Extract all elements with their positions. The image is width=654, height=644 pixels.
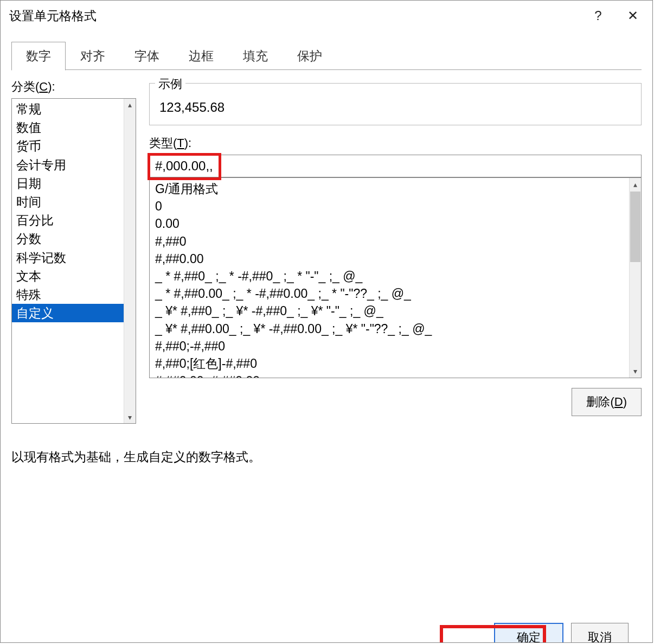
scroll-up-icon[interactable]: ▴ xyxy=(124,99,136,111)
type-label: 类型(T): xyxy=(149,135,642,151)
category-item[interactable]: 常规 xyxy=(12,100,124,118)
scrollbar-thumb[interactable] xyxy=(630,192,640,262)
category-listbox[interactable]: 常规数值货币会计专用日期时间百分比分数科学记数文本特殊自定义 ▴ ▾ xyxy=(11,98,136,424)
category-item[interactable]: 会计专用 xyxy=(12,156,124,174)
format-item[interactable]: 0.00 xyxy=(150,215,629,232)
type-input-wrap xyxy=(149,155,642,177)
category-item[interactable]: 日期 xyxy=(12,174,124,193)
category-scrollbar[interactable]: ▴ ▾ xyxy=(124,99,136,423)
category-item[interactable]: 百分比 xyxy=(12,211,124,229)
cancel-button[interactable]: 取消 xyxy=(571,623,629,642)
format-item[interactable]: #,##0.00;-#,##0.00 xyxy=(150,372,629,378)
format-item[interactable]: _ * #,##0_ ;_ * -#,##0_ ;_ * "-"_ ;_ @_ xyxy=(150,267,629,285)
delete-button[interactable]: 删除(D) xyxy=(572,388,642,416)
close-button[interactable]: ✕ xyxy=(615,1,650,31)
window-title: 设置单元格格式 xyxy=(9,8,581,24)
tab-strip: 数字 对齐 字体 边框 填充 保护 xyxy=(1,31,652,70)
category-item[interactable]: 自定义 xyxy=(12,304,124,322)
help-button[interactable]: ? xyxy=(581,1,615,31)
category-item[interactable]: 科学记数 xyxy=(12,248,124,267)
sample-value: 123,455.68 xyxy=(159,100,631,115)
ok-button[interactable]: 确定 xyxy=(494,623,563,642)
format-item[interactable]: #,##0 xyxy=(150,233,629,250)
format-item[interactable]: #,##0;[红色]-#,##0 xyxy=(150,355,629,372)
scroll-down-icon[interactable]: ▾ xyxy=(124,411,136,423)
format-scrollbar[interactable]: ▴ ▾ xyxy=(629,178,641,378)
type-input[interactable] xyxy=(150,155,641,177)
tab-alignment[interactable]: 对齐 xyxy=(66,42,120,70)
category-item[interactable]: 特殊 xyxy=(12,285,124,304)
format-item[interactable]: 0 xyxy=(150,197,629,215)
format-item[interactable]: _ * #,##0.00_ ;_ * -#,##0.00_ ;_ * "-"??… xyxy=(150,285,629,302)
format-item[interactable]: _ ¥* #,##0_ ;_ ¥* -#,##0_ ;_ ¥* "-"_ ;_ … xyxy=(150,302,629,320)
tab-font[interactable]: 字体 xyxy=(120,42,174,70)
tab-number[interactable]: 数字 xyxy=(11,42,66,71)
format-item[interactable]: _ ¥* #,##0.00_ ;_ ¥* -#,##0.00_ ;_ ¥* "-… xyxy=(150,320,629,337)
category-item[interactable]: 时间 xyxy=(12,193,124,211)
format-item[interactable]: #,##0;-#,##0 xyxy=(150,337,629,355)
tab-fill[interactable]: 填充 xyxy=(228,42,283,70)
sample-legend: 示例 xyxy=(155,76,185,92)
scroll-up-icon[interactable]: ▴ xyxy=(630,178,641,191)
category-item[interactable]: 文本 xyxy=(12,267,124,285)
sample-group: 示例 123,455.68 xyxy=(149,83,642,125)
scroll-down-icon[interactable]: ▾ xyxy=(630,365,641,378)
titlebar: 设置单元格格式 ? ✕ xyxy=(1,1,652,31)
tab-protection[interactable]: 保护 xyxy=(283,42,337,70)
dialog-body: 分类(C): 常规数值货币会计专用日期时间百分比分数科学记数文本特殊自定义 ▴ … xyxy=(1,70,652,642)
hint-text: 以现有格式为基础，生成自定义的数字格式。 xyxy=(11,449,642,466)
category-item[interactable]: 货币 xyxy=(12,137,124,155)
category-item[interactable]: 数值 xyxy=(12,118,124,137)
category-item[interactable]: 分数 xyxy=(12,229,124,248)
format-listbox[interactable]: G/通用格式00.00#,##0#,##0.00_ * #,##0_ ;_ * … xyxy=(149,177,642,378)
format-item[interactable]: #,##0.00 xyxy=(150,250,629,267)
format-cells-dialog: 设置单元格格式 ? ✕ 数字 对齐 字体 边框 填充 保护 分类(C): 常规数… xyxy=(0,0,653,643)
format-item[interactable]: G/通用格式 xyxy=(150,180,629,197)
tab-border[interactable]: 边框 xyxy=(174,42,228,70)
category-label: 分类(C): xyxy=(11,79,136,95)
